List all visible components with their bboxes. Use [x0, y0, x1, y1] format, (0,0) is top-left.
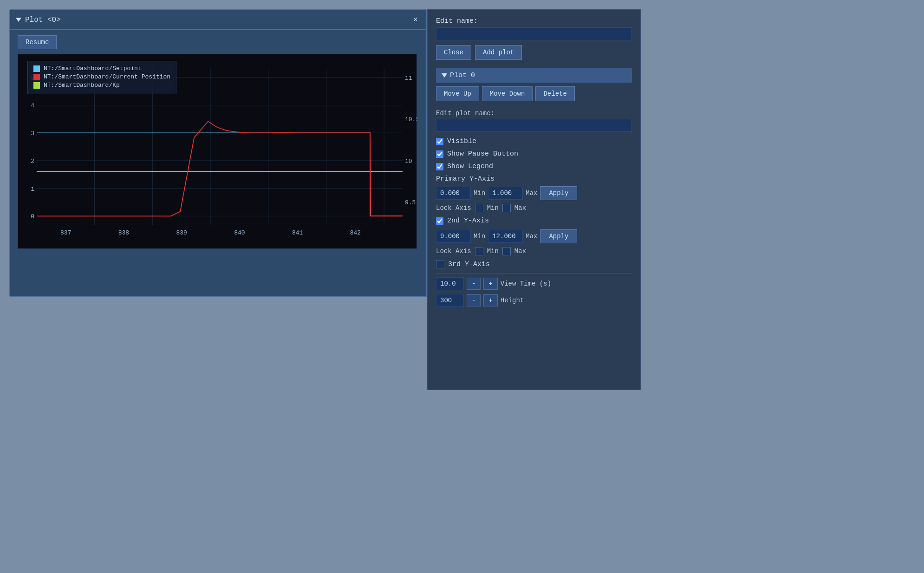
view-time-minus-button[interactable]: - — [467, 278, 481, 290]
second-axis-row: Min Max Apply — [436, 229, 632, 243]
second-min-input[interactable] — [436, 230, 471, 243]
svg-text:838: 838 — [118, 229, 129, 236]
edit-plot-name-input[interactable] — [436, 119, 632, 132]
second-min-label: Min — [474, 233, 485, 240]
svg-text:11: 11 — [405, 75, 412, 82]
view-time-label: View Time (s) — [501, 280, 551, 287]
primary-max-input[interactable] — [488, 187, 523, 200]
show-pause-checkbox[interactable] — [436, 150, 443, 158]
add-plot-button[interactable]: Add plot — [475, 45, 522, 60]
svg-text:3: 3 — [31, 130, 34, 137]
second-lock-row: Lock Axis Min Max — [436, 247, 632, 255]
lock-min-checkbox[interactable] — [475, 204, 483, 212]
lock2-max-label: Max — [514, 247, 526, 255]
svg-text:10: 10 — [405, 158, 412, 165]
lock-max-checkbox[interactable] — [502, 204, 511, 212]
delete-button[interactable]: Delete — [535, 86, 574, 101]
plot-body: Resume NT:/SmartDashboard/Setpoint NT:/S… — [10, 30, 426, 258]
edit-plot-name-label: Edit plot name: — [436, 110, 632, 117]
view-time-row: - + View Time (s) — [436, 277, 632, 290]
second-y-axis-row: 2nd Y-Axis — [436, 217, 632, 225]
view-time-input[interactable] — [436, 277, 464, 290]
height-row: - + Height — [436, 294, 632, 307]
show-legend-row: Show Legend — [436, 163, 632, 170]
plot-section-label: Plot 0 — [450, 72, 475, 79]
svg-text:841: 841 — [292, 229, 303, 236]
visible-checkbox[interactable] — [436, 138, 443, 145]
legend-color-setpoint — [33, 65, 40, 72]
lock-min-label: Min — [487, 204, 499, 212]
plot-window: Plot <0> × Resume NT:/SmartDashboard/Set… — [9, 9, 427, 297]
edit-name-input[interactable] — [436, 27, 632, 40]
lock2-min-checkbox[interactable] — [475, 247, 483, 255]
lock2-axis-label: Lock Axis — [436, 247, 471, 255]
plot-section-header: Plot 0 — [436, 68, 632, 83]
close-button[interactable]: Close — [436, 45, 471, 60]
second-max-input[interactable] — [488, 230, 523, 243]
plot-triangle-icon — [16, 18, 21, 22]
legend-color-kp — [33, 82, 40, 89]
lock-axis-label: Lock Axis — [436, 204, 471, 212]
lock2-max-checkbox[interactable] — [502, 247, 511, 255]
svg-text:9.5: 9.5 — [405, 199, 416, 206]
third-y-axis-checkbox[interactable] — [436, 260, 444, 268]
chart-legend: NT:/SmartDashboard/Setpoint NT:/SmartDas… — [27, 61, 176, 94]
svg-text:839: 839 — [176, 229, 187, 236]
edit-name-label: Edit name: — [436, 17, 632, 25]
primary-max-label: Max — [526, 189, 537, 197]
second-apply-button[interactable]: Apply — [540, 229, 577, 243]
primary-lock-row: Lock Axis Min Max — [436, 204, 632, 212]
view-time-plus-button[interactable]: + — [483, 278, 497, 290]
move-up-button[interactable]: Move Up — [436, 86, 479, 101]
primary-apply-button[interactable]: Apply — [540, 186, 577, 200]
visible-label: Visible — [447, 137, 476, 145]
legend-item-setpoint: NT:/SmartDashboard/Setpoint — [33, 65, 170, 72]
plot-titlebar: Plot <0> × — [10, 10, 426, 30]
move-down-button[interactable]: Move Down — [482, 86, 533, 101]
visible-row: Visible — [436, 137, 632, 145]
lock-max-label: Max — [514, 204, 526, 212]
second-max-label: Max — [526, 233, 537, 240]
legend-item-kp: NT:/SmartDashboard/Kp — [33, 82, 170, 89]
height-minus-button[interactable]: - — [467, 294, 481, 306]
plot-section-triangle — [442, 73, 447, 78]
svg-text:0: 0 — [31, 213, 34, 220]
show-pause-row: Show Pause Button — [436, 150, 632, 158]
primary-min-label: Min — [474, 189, 485, 197]
lock2-min-label: Min — [487, 247, 499, 255]
legend-label-kp: NT:/SmartDashboard/Kp — [44, 82, 120, 89]
svg-text:4: 4 — [31, 102, 34, 109]
primary-axis-row: Min Max Apply — [436, 186, 632, 200]
height-label: Height — [501, 297, 524, 304]
svg-text:842: 842 — [350, 229, 361, 236]
legend-color-current — [33, 74, 40, 80]
primary-y-axis-label: Primary Y-Axis — [436, 175, 632, 183]
second-y-axis-checkbox[interactable] — [436, 217, 443, 225]
legend-item-current: NT:/SmartDashboard/Current Position — [33, 73, 170, 80]
svg-text:2: 2 — [31, 158, 34, 165]
height-plus-button[interactable]: + — [483, 294, 497, 306]
plot-action-row: Move Up Move Down Delete — [436, 86, 632, 105]
legend-label-setpoint: NT:/SmartDashboard/Setpoint — [44, 65, 142, 72]
svg-text:840: 840 — [234, 229, 245, 236]
height-input[interactable] — [436, 294, 464, 307]
plot-title: Plot <0> — [25, 16, 61, 24]
third-y-axis-row: 3rd Y-Axis — [436, 260, 632, 268]
svg-text:837: 837 — [60, 229, 71, 236]
resume-button[interactable]: Resume — [18, 35, 57, 49]
svg-text:1: 1 — [31, 186, 34, 193]
edit-panel: Edit name: Close Add plot Plot 0 Move Up… — [427, 9, 641, 390]
second-y-axis-label: 2nd Y-Axis — [447, 217, 489, 225]
third-y-axis-label: 3rd Y-Axis — [448, 260, 490, 268]
primary-min-input[interactable] — [436, 187, 471, 200]
svg-text:10.5: 10.5 — [405, 116, 416, 123]
show-pause-label: Show Pause Button — [447, 150, 518, 158]
show-legend-label: Show Legend — [447, 163, 493, 170]
plot-close-button[interactable]: × — [410, 14, 421, 26]
show-legend-checkbox[interactable] — [436, 163, 443, 170]
legend-label-current: NT:/SmartDashboard/Current Position — [44, 73, 170, 80]
chart-area: NT:/SmartDashboard/Setpoint NT:/SmartDas… — [18, 54, 417, 249]
